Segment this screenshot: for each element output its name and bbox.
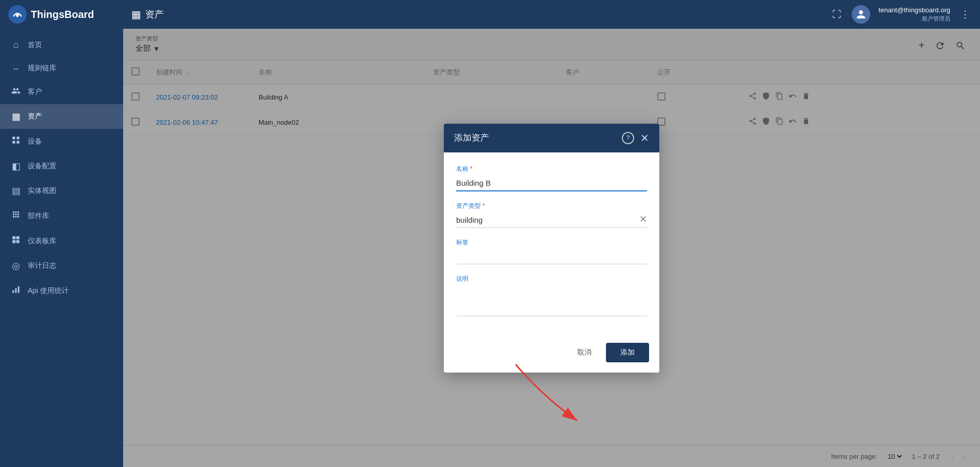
name-input[interactable] (456, 176, 647, 191)
app-logo: ThingsBoard (8, 5, 131, 24)
sidebar-item-label: 部件库 (28, 211, 49, 221)
name-label: 名称 (456, 165, 647, 173)
content-area: 资产类型 全部 ▼ + (123, 29, 980, 467)
type-field: 资产类型 ✕ (456, 202, 647, 228)
sidebar-item-label: 规则链库 (28, 64, 56, 73)
home-icon: ⌂ (10, 40, 22, 50)
sidebar-item-label: 仪表板库 (28, 237, 56, 246)
sidebar-item-dashboards[interactable]: 仪表板库 (0, 228, 123, 254)
type-clear-icon[interactable]: ✕ (639, 213, 647, 225)
avatar[interactable] (852, 5, 870, 24)
cancel-button[interactable]: 取消 (569, 343, 600, 362)
type-label: 资产类型 (456, 202, 647, 210)
sidebar-item-audit[interactable]: ◎ 审计日志 (0, 254, 123, 278)
sidebar-item-device-profiles[interactable]: ◧ 设备配置 (0, 154, 123, 179)
main-layout: ⌂ 首页 ↔ 规则链库 客户 ▦ 资产 设备 ◧ 设备配置 ▤ (0, 29, 980, 467)
sidebar: ⌂ 首页 ↔ 规则链库 客户 ▦ 资产 设备 ◧ 设备配置 ▤ (0, 29, 123, 467)
tag-input[interactable] (456, 249, 647, 264)
dialog-header: 添加资产 ? ✕ (444, 124, 659, 152)
svg-rect-4 (12, 141, 15, 144)
sidebar-item-widgets[interactable]: 部件库 (0, 203, 123, 228)
rules-icon: ↔ (10, 64, 22, 73)
widgets-icon (10, 210, 22, 222)
dialog-title: 添加资产 (454, 132, 616, 144)
sidebar-item-label: 资产 (28, 112, 42, 121)
sidebar-item-assets[interactable]: ▦ 资产 (0, 104, 123, 129)
close-button[interactable]: ✕ (640, 133, 649, 143)
sidebar-item-label: 审计日志 (28, 261, 56, 270)
svg-rect-7 (16, 236, 19, 239)
header-page-title: ▦ 资产 (131, 8, 830, 21)
sidebar-item-devices[interactable]: 设备 (0, 129, 123, 154)
sidebar-item-home[interactable]: ⌂ 首页 (0, 33, 123, 57)
desc-field: 说明 (456, 275, 647, 318)
device-profiles-icon: ◧ (10, 161, 22, 172)
name-field: 名称 (456, 165, 647, 191)
svg-rect-11 (15, 288, 17, 293)
sidebar-item-label: 设备 (28, 137, 42, 146)
audit-icon: ◎ (10, 260, 22, 271)
svg-rect-8 (12, 240, 15, 243)
tag-label: 标签 (456, 238, 647, 247)
svg-rect-9 (16, 240, 19, 243)
user-info: tenant@thingsboard.org 租户管理员 (878, 6, 950, 23)
page-icon: ▦ (131, 8, 141, 21)
sidebar-item-api-stats[interactable]: Api 使用统计 (0, 278, 123, 303)
assets-icon: ▦ (10, 111, 22, 122)
logo-icon (8, 5, 27, 24)
svg-rect-12 (18, 286, 19, 293)
add-asset-dialog: 添加资产 ? ✕ 名称 资产类型 ✕ (444, 124, 659, 373)
svg-rect-3 (17, 137, 19, 139)
devices-icon (10, 135, 22, 147)
svg-rect-2 (12, 137, 15, 139)
header-right: ⛶ tenant@thingsboard.org 租户管理员 ⋮ (830, 5, 972, 24)
sidebar-item-label: 实体视图 (28, 186, 56, 196)
header: ThingsBoard ▦ 资产 ⛶ tenant@thingsboard.or… (0, 0, 980, 29)
customers-icon (10, 86, 22, 98)
sidebar-item-entity-views[interactable]: ▤ 实体视图 (0, 179, 123, 203)
logo-text: ThingsBoard (31, 9, 94, 21)
svg-rect-6 (12, 236, 15, 239)
sidebar-item-label: 客户 (28, 87, 42, 96)
desc-label: 说明 (456, 275, 647, 283)
sidebar-item-customers[interactable]: 客户 (0, 80, 123, 104)
sidebar-item-label: 首页 (28, 41, 42, 50)
svg-point-1 (16, 14, 19, 17)
sidebar-item-rules[interactable]: ↔ 规则链库 (0, 57, 123, 80)
sidebar-item-label: 设备配置 (28, 162, 56, 171)
entity-views-icon: ▤ (10, 185, 22, 197)
dashboards-icon (10, 235, 22, 247)
svg-rect-10 (12, 290, 14, 293)
dialog-footer: 取消 添加 (444, 337, 659, 373)
dialog-body: 名称 资产类型 ✕ 标签 (444, 152, 659, 337)
fullscreen-button[interactable]: ⛶ (830, 7, 844, 22)
type-input-wrapper: ✕ (456, 212, 647, 228)
help-button[interactable]: ? (622, 132, 634, 144)
api-stats-icon (10, 285, 22, 297)
add-confirm-button[interactable]: 添加 (606, 343, 649, 362)
type-input[interactable] (456, 212, 647, 228)
svg-rect-5 (17, 141, 19, 144)
modal-overlay: 添加资产 ? ✕ 名称 资产类型 ✕ (123, 29, 980, 467)
sidebar-item-label: Api 使用统计 (28, 286, 69, 296)
tag-field: 标签 (456, 238, 647, 264)
desc-input[interactable] (456, 285, 647, 316)
more-menu-button[interactable]: ⋮ (958, 7, 972, 22)
